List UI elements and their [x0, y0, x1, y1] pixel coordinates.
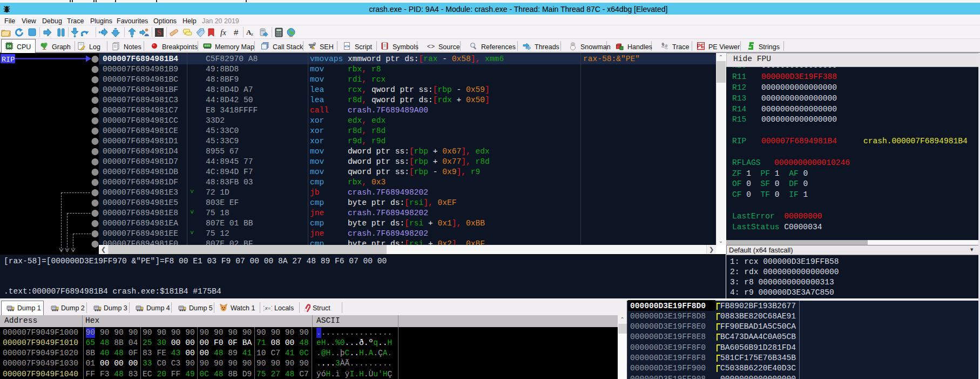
svg-text:<>: <> [427, 43, 435, 51]
svg-text:fx: fx [220, 28, 226, 37]
svg-text:S: S [157, 29, 161, 37]
svg-text:!: ! [313, 46, 313, 49]
svg-text:RIP: RIP [2, 56, 15, 64]
svg-text:#: # [234, 28, 239, 37]
svg-text:<>: <> [344, 44, 350, 49]
svg-text:64: 64 [7, 44, 11, 48]
svg-text:PE: PE [697, 43, 705, 49]
svg-text:z: z [251, 31, 253, 37]
svg-text:[x=]: [x=] [263, 306, 272, 311]
